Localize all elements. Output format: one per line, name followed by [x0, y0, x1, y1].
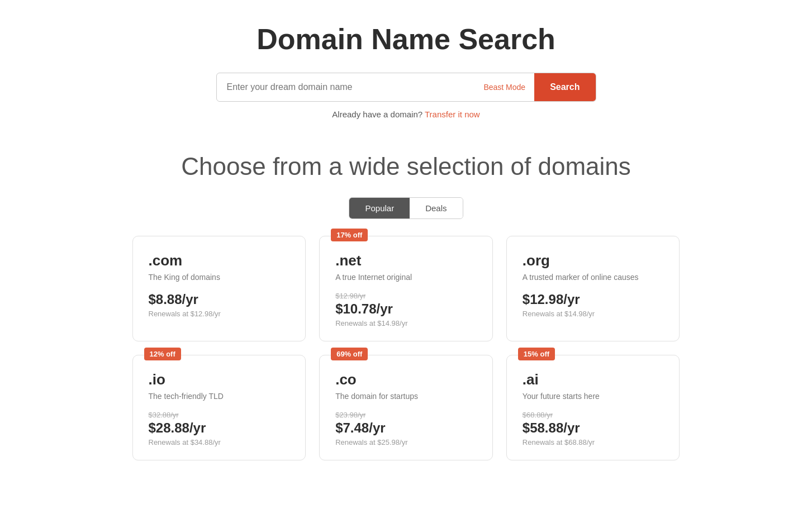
- discount-badge: 12% off: [144, 348, 181, 360]
- renewal-price: Renewals at $14.98/yr: [523, 310, 664, 318]
- renewal-price: Renewals at $14.98/yr: [335, 319, 477, 327]
- current-price: $10.78/yr: [335, 301, 477, 317]
- domain-desc: The tech-friendly TLD: [149, 392, 290, 401]
- discount-badge: 15% off: [518, 348, 555, 360]
- renewal-price: Renewals at $68.88/yr: [523, 438, 664, 446]
- current-price: $12.98/yr: [523, 292, 664, 307]
- original-price: $12.98/yr: [335, 292, 477, 300]
- domain-desc: Your future starts here: [523, 392, 664, 401]
- current-price: $58.88/yr: [523, 420, 664, 436]
- domain-ext: .org: [523, 252, 664, 269]
- search-bar: Beast Mode Search: [216, 73, 596, 102]
- tabs-wrapper: Popular Deals: [11, 197, 801, 219]
- original-price: $68.88/yr: [523, 411, 664, 419]
- beast-mode-button[interactable]: Beast Mode: [474, 83, 534, 92]
- domain-desc: A true Internet original: [335, 273, 477, 282]
- domain-desc: The domain for startups: [335, 392, 477, 401]
- search-input[interactable]: [217, 73, 475, 101]
- current-price: $28.88/yr: [149, 420, 290, 436]
- domain-ext: .ai: [523, 371, 664, 388]
- domain-card[interactable]: .orgA trusted marker of online causes$12…: [506, 236, 680, 341]
- domain-ext: .net: [335, 252, 477, 269]
- domain-card[interactable]: 15% off.aiYour future starts here$68.88/…: [506, 355, 680, 460]
- search-button[interactable]: Search: [534, 73, 595, 101]
- domain-ext: .com: [149, 252, 290, 269]
- current-price: $7.48/yr: [335, 420, 477, 436]
- selection-title: Choose from a wide selection of domains: [11, 153, 801, 180]
- domain-card[interactable]: 12% off.ioThe tech-friendly TLD$32.88/yr…: [132, 355, 306, 460]
- original-price: $32.88/yr: [149, 411, 290, 419]
- renewal-price: Renewals at $25.98/yr: [335, 438, 477, 446]
- domain-ext: .co: [335, 371, 477, 388]
- transfer-link[interactable]: Transfer it now: [425, 110, 480, 119]
- domain-card[interactable]: 69% off.coThe domain for startups$23.98/…: [319, 355, 493, 460]
- search-section: Beast Mode Search Already have a domain?…: [11, 73, 801, 119]
- tab-popular[interactable]: Popular: [349, 198, 410, 218]
- tab-group: Popular Deals: [349, 197, 463, 219]
- original-price: $23.98/yr: [335, 411, 477, 419]
- renewal-price: Renewals at $12.98/yr: [149, 310, 290, 318]
- discount-badge: 17% off: [331, 229, 368, 241]
- domains-grid: .comThe King of domains$8.88/yrRenewals …: [127, 236, 686, 460]
- page-title: Domain Name Search: [11, 22, 801, 56]
- domain-desc: A trusted marker of online causes: [523, 273, 664, 282]
- current-price: $8.88/yr: [149, 292, 290, 307]
- domain-card[interactable]: .comThe King of domains$8.88/yrRenewals …: [132, 236, 306, 341]
- domain-desc: The King of domains: [149, 273, 290, 282]
- domain-card[interactable]: 17% off.netA true Internet original$12.9…: [319, 236, 493, 341]
- renewal-price: Renewals at $34.88/yr: [149, 438, 290, 446]
- domain-ext: .io: [149, 371, 290, 388]
- transfer-text: Already have a domain? Transfer it now: [332, 110, 479, 119]
- tab-deals[interactable]: Deals: [410, 198, 462, 218]
- discount-badge: 69% off: [331, 348, 368, 360]
